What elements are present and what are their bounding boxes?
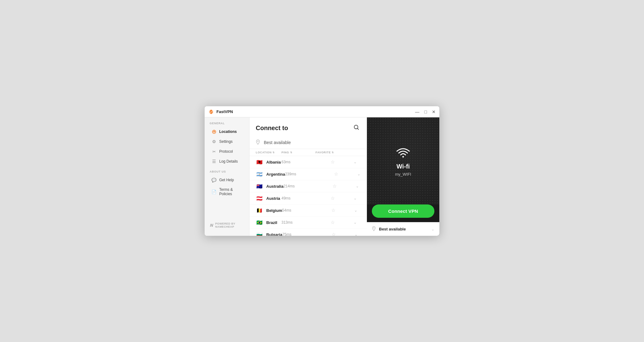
table-row[interactable]: 🇧🇷 Brazil 313ms ☆ ⌄ [250, 217, 367, 229]
country-name-cell: 🇧🇪 Belgium [256, 207, 282, 214]
best-available-bar[interactable]: Best available [250, 136, 367, 149]
country-flag: 🇦🇷 [256, 170, 263, 178]
expand-chevron-icon[interactable]: ⌄ [350, 208, 361, 213]
ping-value: 75ms [282, 232, 316, 236]
country-name: Australia [266, 184, 284, 189]
table-row[interactable]: 🇦🇺 Australia 214ms ☆ ⌄ [250, 180, 367, 192]
wifi-content: Wi-fi my_WIFI [395, 146, 411, 177]
app-logo-icon [208, 109, 214, 115]
page-title: Connect to [256, 125, 288, 132]
ping-header[interactable]: PING ⇅ [281, 151, 315, 154]
ping-sort-icon: ⇅ [290, 151, 293, 154]
country-flag: 🇧🇬 [256, 231, 263, 236]
country-flag: 🇦🇺 [256, 182, 263, 190]
content-area: GENERAL Locations ⚙ Settings ✂ [205, 117, 439, 236]
protocol-icon: ✂ [211, 149, 216, 154]
location-pin-icon [372, 226, 376, 232]
sidebar-item-get-help[interactable]: 💬 Get Help [207, 175, 247, 185]
wifi-icon [395, 146, 411, 160]
country-flag: 🇦🇹 [256, 195, 263, 202]
close-button[interactable]: ✕ [432, 110, 436, 114]
favorite-sort-icon: ⇅ [332, 151, 334, 154]
sidebar-footer: 𝗡 POWERED BY NAMECHEAP [205, 219, 249, 231]
minimize-button[interactable]: — [415, 110, 420, 114]
best-available-label: Best available [264, 140, 291, 145]
log-details-icon: ☰ [211, 159, 216, 164]
right-panel: Wi-fi my_WIFI Connect VPN Best available… [367, 117, 439, 236]
general-section-label: GENERAL [205, 122, 249, 127]
country-name-cell: 🇦🇱 Albania [256, 158, 281, 166]
settings-label: Settings [219, 139, 233, 144]
location-header[interactable]: LOCATION ⇅ [256, 151, 281, 154]
ping-value: 214ms [284, 184, 318, 188]
svg-point-8 [373, 227, 374, 228]
country-name: Argentina [266, 172, 285, 177]
country-flag: 🇧🇪 [256, 207, 263, 214]
table-row[interactable]: 🇧🇪 Belgium 54ms ☆ ⌄ [250, 204, 367, 217]
connect-vpn-button[interactable]: Connect VPN [372, 204, 434, 218]
country-flag: 🇧🇷 [256, 219, 263, 226]
ping-value: 313ms [281, 220, 315, 225]
expand-chevron-icon[interactable]: ⌄ [350, 160, 361, 164]
country-name-cell: 🇧🇷 Brazil [256, 219, 281, 226]
log-details-label: Log Details [219, 159, 238, 164]
locations-label: Locations [219, 129, 237, 134]
terms-icon: 📄 [211, 189, 216, 194]
get-help-icon: 💬 [211, 178, 216, 182]
ping-value: 63ms [281, 160, 315, 164]
sidebar-item-protocol[interactable]: ✂ Protocol [207, 147, 247, 156]
search-icon [353, 124, 359, 130]
table-row[interactable]: 🇦🇹 Austria 49ms ☆ ⌄ [250, 192, 367, 204]
svg-point-7 [402, 156, 404, 157]
country-name-cell: 🇦🇷 Argentina [256, 170, 285, 178]
locations-icon [211, 129, 216, 134]
favorite-star-button[interactable]: ☆ [315, 195, 350, 201]
search-button[interactable] [352, 123, 361, 133]
table-row[interactable]: 🇦🇷 Argentina 239ms ☆ ⌄ [250, 168, 367, 180]
location-sort-icon: ⇅ [272, 151, 275, 154]
namecheap-icon: 𝗡 [210, 223, 213, 228]
favorite-star-button[interactable]: ☆ [319, 171, 353, 177]
powered-by-label: POWERED BY NAMECHEAP [215, 222, 244, 228]
best-available-pin-icon [256, 139, 260, 146]
country-name-cell: 🇦🇹 Austria [256, 195, 281, 202]
main-header: Connect to [250, 117, 367, 136]
expand-chevron-icon[interactable]: ⌄ [350, 196, 361, 200]
favorite-star-button[interactable]: ☆ [316, 208, 350, 213]
titlebar: FastVPN — □ ✕ [205, 106, 439, 117]
expand-chevron-icon[interactable]: ⌄ [350, 220, 361, 225]
favorite-star-button[interactable]: ☆ [315, 220, 350, 225]
favorite-star-button[interactable]: ☆ [316, 232, 350, 236]
wifi-label: Wi-fi [396, 163, 410, 170]
wifi-section: Wi-fi my_WIFI [367, 117, 439, 204]
window-controls: — □ ✕ [415, 110, 436, 114]
wifi-name: my_WIFI [395, 172, 411, 177]
sidebar-item-locations[interactable]: Locations [207, 127, 247, 136]
country-name: Belgium [266, 208, 282, 213]
terms-label: Terms & Policies [219, 187, 242, 196]
maximize-button[interactable]: □ [424, 110, 427, 114]
ping-value: 54ms [282, 208, 316, 213]
country-list: 🇦🇱 Albania 63ms ☆ ⌄ 🇦🇷 Argentina 239ms ☆… [250, 156, 367, 236]
ping-value: 239ms [285, 172, 319, 176]
table-row[interactable]: 🇧🇬 Bulgaria 75ms ☆ ⌄ [250, 229, 367, 236]
favorite-header[interactable]: FAVORITE ⇅ [315, 151, 350, 154]
expand-chevron-icon[interactable]: ⌄ [352, 184, 363, 188]
country-name: Albania [266, 160, 281, 164]
location-row-label: Best available [379, 227, 428, 231]
about-section-label: ABOUT US [205, 170, 249, 175]
app-title: FastVPN [216, 109, 415, 114]
expand-chevron-icon[interactable]: ⌄ [350, 232, 362, 236]
favorite-star-button[interactable]: ☆ [318, 183, 352, 189]
sidebar-item-log-details[interactable]: ☰ Log Details [207, 157, 247, 166]
expand-chevron-icon[interactable]: ⌄ [353, 172, 364, 176]
table-row[interactable]: 🇦🇱 Albania 63ms ☆ ⌄ [250, 156, 367, 168]
favorite-star-button[interactable]: ☆ [315, 159, 350, 165]
location-selector-row[interactable]: Best available ⌄ [367, 222, 439, 236]
app-window: FastVPN — □ ✕ GENERAL Locations [204, 106, 440, 236]
country-name: Brazil [266, 220, 277, 225]
settings-icon: ⚙ [211, 139, 216, 144]
sidebar-item-settings[interactable]: ⚙ Settings [207, 137, 247, 146]
country-name: Bulgaria [266, 232, 282, 236]
sidebar-item-terms[interactable]: 📄 Terms & Policies [207, 185, 247, 198]
